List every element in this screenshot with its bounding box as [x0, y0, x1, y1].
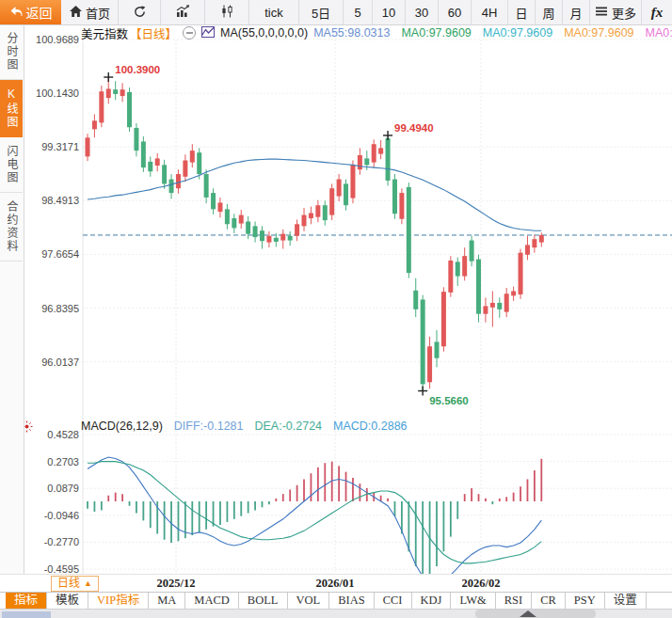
period-tag: 【日线】 — [130, 25, 177, 40]
toolbar-item-label: 首页 — [86, 4, 110, 22]
toolbar-item-label: 5 — [354, 6, 360, 20]
toolbar-item-60min[interactable]: 60 — [439, 0, 472, 24]
sidebar-item-contract-info[interactable]: 合约资料 — [0, 193, 23, 261]
back-arrow-icon — [9, 5, 23, 21]
symbol-name: 美元指数 — [81, 25, 128, 40]
ma-value-2: MA0:97.9609 — [483, 26, 552, 40]
svg-text:96.8395: 96.8395 — [41, 303, 79, 314]
back-button-label: 返回 — [26, 3, 53, 22]
macd-value: MACD:0.2886 — [333, 420, 408, 433]
toolbar-item-label: 4H — [482, 6, 498, 20]
collapse-indicator-icon[interactable] — [183, 26, 196, 40]
app-window: 100.390099.494095.5660100.9689100.143099… — [0, 0, 672, 618]
tab-vol[interactable]: VOL — [288, 593, 330, 609]
toolbar-item-day[interactable]: 日 — [508, 0, 536, 24]
tab-template[interactable]: 模板 — [47, 593, 88, 609]
macd-header: MACD(26,12,9) DIFF:-0.1281 DEA:-0.2724 M… — [81, 420, 408, 433]
svg-text:-0.2770: -0.2770 — [44, 536, 79, 547]
period-selector[interactable]: 日线 ▲ — [51, 576, 99, 592]
tab-ma[interactable]: MA — [149, 593, 185, 609]
tab-psy[interactable]: PSY — [566, 593, 605, 609]
bars-icon — [176, 5, 190, 21]
svg-text:0.2703: 0.2703 — [47, 456, 79, 467]
svg-text:100.3900: 100.3900 — [115, 64, 160, 75]
mini-chart-icon[interactable] — [201, 26, 215, 40]
tab-kdj[interactable]: KDJ — [412, 593, 452, 609]
toolbar-item-bars-chart[interactable] — [161, 0, 205, 24]
svg-text:0.4528: 0.4528 — [47, 429, 79, 440]
drawer-handle[interactable] — [475, 610, 596, 618]
kline-macd-chart[interactable]: 100.390099.494095.5660100.9689100.143099… — [0, 0, 672, 618]
toolbar-item-label: 10 — [382, 6, 395, 20]
svg-text:96.0137: 96.0137 — [41, 357, 79, 368]
sidebar-item-kline-chart[interactable]: K线图 — [0, 80, 23, 137]
scroll-thumb[interactable] — [2, 611, 51, 618]
left-sidebar: 分时图K线图闪电图合约资料 — [0, 24, 24, 574]
tab-macd[interactable]: MACD — [185, 593, 239, 609]
dea-value: DEA:-0.2724 — [254, 420, 322, 433]
tab-rsi[interactable]: RSI — [496, 593, 532, 609]
macd-formula: MACD(26,12,9) — [81, 420, 163, 433]
toolbar-items: 首页tick5日51030604H日周月更多fx — [61, 0, 672, 24]
toolbar-item-label: 月 — [569, 4, 582, 22]
toolbar-item-label: 30 — [415, 6, 428, 20]
period-selector-label: 日线 — [57, 577, 80, 591]
toolbar-item-5min[interactable]: 5 — [344, 0, 373, 24]
x-axis-label-0: 2025/12 — [157, 577, 196, 591]
toolbar-item-refresh[interactable] — [119, 0, 161, 24]
home-icon — [69, 5, 83, 21]
svg-text:95.5660: 95.5660 — [429, 395, 469, 406]
toolbar-item-label: 5日 — [312, 4, 330, 22]
sidebar-item-time-chart[interactable]: 分时图 — [0, 24, 23, 80]
toolbar-item-fx[interactable]: fx — [642, 0, 672, 24]
toolbar-item-10min[interactable]: 10 — [373, 0, 406, 24]
ma-values: MA55:98.0313MA0:97.9609MA0:97.9609MA0:97… — [313, 26, 672, 40]
ma-formula: MA(55,0,0,0,0,0) — [220, 26, 308, 40]
tab-cci[interactable]: CCI — [375, 593, 412, 609]
expand-up-icon — [520, 610, 536, 617]
toolbar-item-label: 周 — [542, 4, 554, 22]
toolbar-item-tick[interactable]: tick — [249, 0, 299, 24]
toolbar-item-4hour[interactable]: 4H — [472, 0, 508, 24]
tab-cr[interactable]: CR — [532, 593, 566, 609]
toolbar-item-label: fx — [651, 5, 664, 21]
bottom-strip — [0, 610, 672, 618]
toolbar-item-label: 60 — [448, 6, 461, 20]
svg-text:98.4913: 98.4913 — [41, 195, 79, 206]
toolbar-item-30min[interactable]: 30 — [406, 0, 439, 24]
tab-boll[interactable]: BOLL — [239, 593, 288, 609]
tab-settings[interactable]: 设置 — [605, 593, 647, 609]
toolbar-item-label: 日 — [515, 4, 527, 22]
refresh-icon — [133, 5, 147, 21]
toolbar-item-label: 更多 — [612, 4, 636, 22]
x-axis-row: 日线 ▲ 2025/122026/012026/02 — [0, 574, 672, 593]
toolbar-item-5day[interactable]: 5日 — [299, 0, 344, 24]
svg-text:0.0879: 0.0879 — [47, 483, 79, 494]
svg-text:97.6654: 97.6654 — [41, 248, 79, 260]
toolbar-item-candlestick[interactable] — [205, 0, 249, 24]
toolbar-item-month[interactable]: 月 — [563, 0, 590, 24]
svg-text:99.4940: 99.4940 — [394, 122, 434, 134]
tab-vip-indicator[interactable]: VIP指标 — [88, 593, 149, 609]
svg-text:100.1430: 100.1430 — [36, 87, 79, 99]
svg-text:100.9689: 100.9689 — [36, 34, 79, 45]
ma-value-1: MA0:97.9609 — [401, 26, 471, 40]
toolbar-item-more[interactable]: 更多 — [590, 0, 642, 24]
svg-text:99.3171: 99.3171 — [41, 141, 79, 152]
x-axis-label-1: 2026/01 — [316, 577, 355, 591]
chevron-up-icon: ▲ — [84, 577, 92, 591]
toolbar-item-week[interactable]: 周 — [536, 0, 563, 24]
chart-header: 美元指数【日线】 MA(55,0,0,0,0,0) MA55:98.0313MA… — [81, 25, 672, 40]
tab-indicator[interactable]: 指标 — [6, 593, 47, 609]
svg-text:-0.0946: -0.0946 — [44, 510, 79, 521]
menu-icon — [595, 5, 609, 21]
sidebar-item-lightning-chart[interactable]: 闪电图 — [0, 137, 23, 193]
back-button[interactable]: 返回 — [0, 0, 61, 24]
diff-value: DIFF:-0.1281 — [174, 420, 244, 433]
toolbar-item-label: tick — [264, 6, 283, 20]
tab-lw[interactable]: LW& — [451, 593, 495, 609]
toolbar-item-home[interactable]: 首页 — [61, 0, 119, 24]
top-toolbar: 返回 首页tick5日51030604H日周月更多fx — [0, 0, 672, 25]
tab-bias[interactable]: BIAS — [329, 593, 374, 609]
ma-value-0: MA55:98.0313 — [313, 26, 390, 40]
